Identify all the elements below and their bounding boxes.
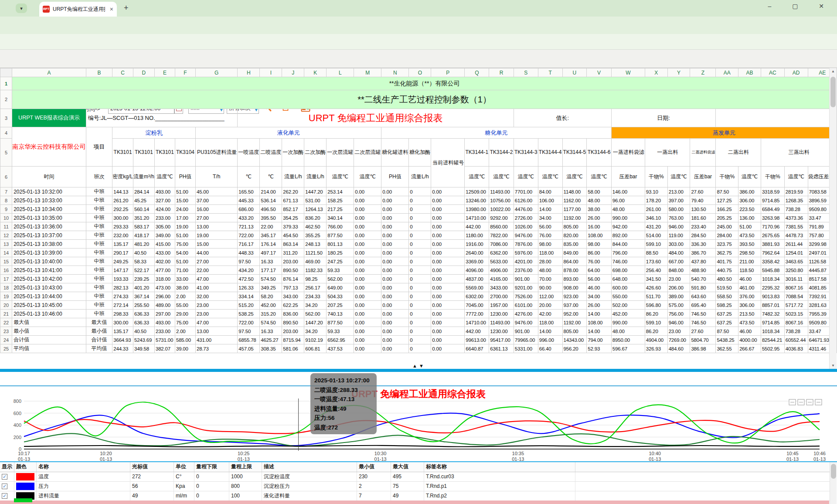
value-cell[interactable]: 47.00 xyxy=(195,318,237,327)
value-cell[interactable]: 721.13 xyxy=(238,222,260,231)
time-cell[interactable]: 最大值 xyxy=(12,318,86,327)
value-cell[interactable]: 415.00 xyxy=(154,240,175,249)
value-cell[interactable]: 835.00 xyxy=(562,240,587,249)
column-header[interactable]: A xyxy=(12,68,86,77)
shift-cell[interactable]: 中班 xyxy=(86,257,112,266)
value-cell[interactable]: 9201.00 xyxy=(514,283,538,292)
value-cell[interactable]: 1447.20 xyxy=(304,187,327,196)
value-cell[interactable]: 75.00 xyxy=(175,240,195,249)
column-header[interactable]: P xyxy=(431,68,465,77)
column-header[interactable]: T xyxy=(538,68,562,77)
value-cell[interactable]: 23.00 xyxy=(667,327,690,336)
value-cell[interactable]: 292.25 xyxy=(112,205,133,214)
value-cell[interactable]: 135.17 xyxy=(112,327,133,336)
legend-row[interactable]: ✓温度272C°01000沉淀粉温度230495T.Rnd.cur03 xyxy=(0,472,833,481)
value-cell[interactable]: 1230.00 xyxy=(489,327,514,336)
shift-cell[interactable]: 中班 xyxy=(86,214,112,222)
value-cell[interactable]: 386.98 xyxy=(690,344,716,353)
value-cell[interactable]: 86.20 xyxy=(645,310,667,318)
sheet-scrollbar[interactable]: ▲ ▼ xyxy=(829,68,837,369)
value-cell[interactable]: 7772.00 xyxy=(465,310,489,318)
value-cell[interactable]: 1018.34 xyxy=(761,275,784,283)
value-cell[interactable]: 574.50 xyxy=(260,275,282,283)
value-cell[interactable]: 318.00 xyxy=(154,275,175,283)
value-cell[interactable]: 1254.01 xyxy=(784,249,808,257)
column-title[interactable]: 一蒸进料袋滤 xyxy=(611,139,645,167)
value-cell[interactable]: 118.00 xyxy=(538,249,562,257)
value-cell[interactable]: 14.00 xyxy=(587,310,612,318)
unit-header[interactable]: 温度℃ xyxy=(562,167,587,187)
unit-header[interactable]: 温度℃ xyxy=(154,167,175,187)
value-cell[interactable]: 44.00 xyxy=(195,249,237,257)
value-cell[interactable]: 54.00 xyxy=(175,249,195,257)
value-cell[interactable]: 8857.01 xyxy=(761,301,784,310)
value-cell[interactable]: 402.00 xyxy=(154,257,175,266)
value-cell[interactable]: 531.00 xyxy=(304,196,327,205)
row-header[interactable]: 19 xyxy=(0,292,12,301)
value-cell[interactable]: 5945.88 xyxy=(761,266,784,275)
visible-checkbox[interactable]: ✓ xyxy=(2,484,7,489)
value-cell[interactable]: 434.20 xyxy=(238,266,260,275)
value-cell[interactable]: 9714.85 xyxy=(761,196,784,205)
value-cell[interactable]: 362.55 xyxy=(716,344,738,353)
value-cell[interactable]: 1180.00 xyxy=(465,231,489,240)
legend-scrollbar[interactable] xyxy=(830,462,837,504)
value-cell[interactable]: 493.00 xyxy=(154,318,175,327)
value-cell[interactable]: 6562.95 xyxy=(327,336,354,344)
legend-visible-cell[interactable]: ✓ xyxy=(0,491,14,501)
column-title[interactable]: 糖化加酶 xyxy=(409,139,431,167)
value-cell[interactable]: 596.80 xyxy=(645,301,667,310)
row-header[interactable]: 8 xyxy=(0,196,12,205)
value-cell[interactable]: 88.50 xyxy=(645,249,667,257)
value-cell[interactable]: 266.67 xyxy=(738,344,761,353)
value-cell[interactable]: 599.10 xyxy=(645,240,667,249)
value-cell[interactable]: 489.00 xyxy=(154,301,175,310)
value-cell[interactable]: 193.33 xyxy=(112,275,133,283)
value-cell[interactable]: 4000.00 xyxy=(738,336,761,344)
value-cell[interactable]: 9013.83 xyxy=(761,292,784,301)
time-cell[interactable]: 2025-01-13 10:32:00 xyxy=(12,187,86,196)
value-cell[interactable]: 6302.00 xyxy=(465,292,489,301)
column-header[interactable]: S xyxy=(514,68,538,77)
column-header[interactable]: U xyxy=(562,68,587,77)
time-cell[interactable]: 2025-01-13 10:43:00 xyxy=(12,283,86,292)
value-cell[interactable]: 130.50 xyxy=(690,205,716,214)
column-header[interactable]: Z xyxy=(690,68,716,77)
column-title[interactable]: TK3144-5 xyxy=(562,139,587,167)
value-cell[interactable]: 13246.00 xyxy=(465,196,489,205)
value-cell[interactable]: 119.00 xyxy=(667,231,690,240)
column-title[interactable]: 一次层流罐 xyxy=(327,139,354,167)
value-cell[interactable]: 5023.15 xyxy=(784,310,808,318)
value-cell[interactable]: 0 xyxy=(409,205,431,214)
value-cell[interactable]: 519.50 xyxy=(716,283,738,292)
value-cell[interactable]: 437.53 xyxy=(327,344,354,353)
time-cell[interactable]: 平均值 xyxy=(12,344,86,353)
value-cell[interactable]: 20.00 xyxy=(538,301,562,310)
value-cell[interactable]: 206.00 xyxy=(667,283,690,292)
value-cell[interactable]: 52.93 xyxy=(587,344,612,353)
value-cell[interactable]: 6855.78 xyxy=(238,336,260,344)
value-cell[interactable]: 8067.16 xyxy=(784,283,808,292)
value-cell[interactable]: 480.50 xyxy=(716,275,738,283)
value-cell[interactable]: 3318.59 xyxy=(761,187,784,196)
value-cell[interactable]: 75.00 xyxy=(175,318,195,327)
value-cell[interactable]: 0.00 xyxy=(381,301,409,310)
value-cell[interactable]: 0 xyxy=(409,196,431,205)
value-cell[interactable]: 805.00 xyxy=(562,222,587,231)
value-cell[interactable]: 805.00 xyxy=(562,327,587,336)
value-cell[interactable]: 0.00 xyxy=(354,344,381,353)
column-header[interactable]: AB xyxy=(738,68,761,77)
time-cell[interactable]: 2025-01-13 10:40:00 xyxy=(12,257,86,266)
value-cell[interactable]: 24.00 xyxy=(175,205,195,214)
value-cell[interactable]: 892.00 xyxy=(611,231,645,240)
value-cell[interactable]: 648.00 xyxy=(611,275,645,283)
value-cell[interactable]: 40.50 xyxy=(133,327,154,336)
value-cell[interactable]: 0 xyxy=(409,336,431,344)
unit-header[interactable]: 密度kg/L xyxy=(112,167,133,187)
sheet-corner[interactable] xyxy=(0,68,12,77)
value-cell[interactable]: 6101.00 xyxy=(514,301,538,310)
row-header[interactable]: 16 xyxy=(0,266,12,275)
value-cell[interactable]: 144.13 xyxy=(112,187,133,196)
value-cell[interactable]: 0.00 xyxy=(354,336,381,344)
shift-cell[interactable]: 中班 xyxy=(86,275,112,283)
